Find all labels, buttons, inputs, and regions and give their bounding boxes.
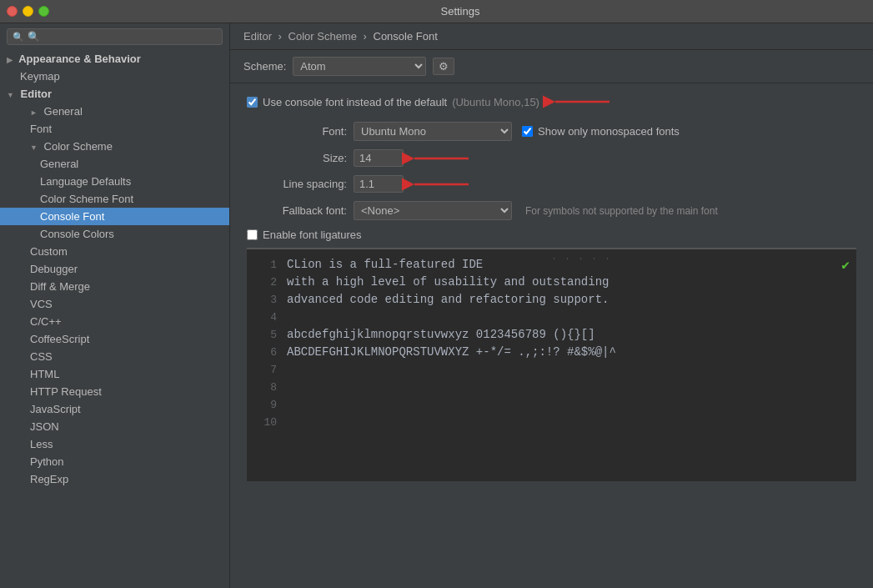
gear-button[interactable]: ⚙ (433, 58, 454, 75)
preview-checkmark: ✔ (841, 256, 850, 276)
breadcrumb-editor: Editor (243, 30, 272, 43)
fallback-select[interactable]: <None> (354, 201, 512, 220)
arrow-to-linespacing (410, 176, 477, 193)
preview-line-3: 3advanced code editing and refactoring s… (257, 291, 846, 309)
sidebar-item-language-defaults[interactable]: Language Defaults (0, 173, 229, 190)
monospaced-checkbox-group: Show only monospaced fonts (522, 125, 680, 138)
sidebar-item-color-scheme[interactable]: ▼ Color Scheme (0, 138, 229, 155)
preview-area: · · · · · ✔ 1CLion is a full-featured ID… (247, 248, 856, 481)
sidebar-item-regexp[interactable]: RegExp (0, 470, 229, 488)
console-font-checkbox[interactable] (247, 97, 258, 108)
tree-arrow-general: ► (30, 108, 38, 117)
font-select[interactable]: Ubuntu Mono (354, 122, 512, 141)
sidebar-item-general[interactable]: ► General (0, 103, 229, 120)
sidebar-item-http-request[interactable]: HTTP Request (0, 383, 229, 400)
sidebar-item-less[interactable]: Less (0, 435, 229, 453)
breadcrumb-console-font: Console Font (374, 30, 438, 43)
fallback-font-row: Fallback font: <None> For symbols not su… (247, 201, 856, 220)
preview-line-2: 2with a high level of usability and outs… (257, 274, 846, 291)
breadcrumb: Editor › Color Scheme › Console Font (230, 23, 873, 50)
preview-line-6: 6ABCDEFGHIJKLMNOPQRSTUVWXYZ +-*/= .,;:!?… (257, 344, 846, 361)
console-font-label: Use console font instead of the default (263, 96, 447, 108)
preview-line-4: 4 (257, 309, 846, 326)
sidebar-item-diff-merge[interactable]: Diff & Merge (0, 278, 229, 295)
maximize-button[interactable] (38, 6, 49, 17)
minimize-button[interactable] (23, 6, 33, 17)
sidebar: 🔍 ▶ Appearance & Behavior Keymap ▼ Edito… (0, 23, 230, 588)
search-input[interactable] (28, 31, 217, 43)
preview-dots: · · · · · (552, 253, 612, 265)
main-layout: 🔍 ▶ Appearance & Behavior Keymap ▼ Edito… (0, 23, 873, 588)
sidebar-item-console-font[interactable]: Console Font (0, 208, 229, 225)
breadcrumb-sep2: › (364, 30, 370, 43)
sidebar-item-custom[interactable]: Custom (0, 243, 229, 260)
sidebar-item-python[interactable]: Python (0, 453, 229, 470)
ligatures-row: Enable font ligatures (247, 229, 856, 241)
tree-arrow-color-scheme: ▼ (30, 143, 38, 152)
line-spacing-label: Line spacing: (247, 178, 347, 190)
tree-arrow-appearance: ▶ (7, 56, 13, 64)
preview-line-9: 9 (257, 396, 846, 414)
ligatures-label: Enable font ligatures (263, 229, 362, 241)
sidebar-item-json[interactable]: JSON (0, 418, 229, 435)
size-label: Size: (247, 152, 347, 164)
fallback-label: Fallback font: (247, 204, 347, 217)
font-row: Font: Ubuntu Mono Show only monospaced f… (247, 122, 856, 141)
scheme-select[interactable]: Atom (293, 57, 426, 76)
sidebar-item-cs-general[interactable]: General (0, 155, 229, 173)
arrow-to-checkbox (551, 93, 618, 110)
sidebar-item-html[interactable]: HTML (0, 365, 229, 383)
content-area: Editor › Color Scheme › Console Font Sch… (230, 23, 873, 588)
preview-line-7: 7 (257, 361, 846, 379)
size-input[interactable]: 14 (354, 149, 404, 167)
search-box[interactable]: 🔍 (7, 28, 223, 45)
breadcrumb-sep1: › (278, 30, 285, 43)
sidebar-item-editor[interactable]: ▼ Editor (0, 85, 229, 103)
scheme-label: Scheme: (243, 60, 286, 73)
line-spacing-row: Line spacing: 1.1 (247, 175, 856, 193)
sidebar-item-console-colors[interactable]: Console Colors (0, 225, 229, 243)
settings-body: Use console font instead of the default … (230, 83, 873, 588)
close-button[interactable] (7, 6, 18, 17)
preview-line-5: 5abcdefghijklmnopqrstuvwxyz 0123456789 (… (257, 326, 846, 344)
console-font-checkbox-row: Use console font instead of the default … (247, 93, 856, 110)
scheme-bar: Scheme: Atom ⚙ (230, 50, 873, 83)
size-row: Size: 14 (247, 149, 856, 167)
window-title: Settings (54, 5, 866, 18)
sidebar-item-font[interactable]: Font (0, 120, 229, 138)
font-label: Font: (247, 125, 347, 138)
sidebar-item-cpp[interactable]: C/C++ (0, 313, 229, 330)
sidebar-item-javascript[interactable]: JavaScript (0, 400, 229, 418)
monospaced-label: Show only monospaced fonts (538, 125, 680, 138)
sidebar-item-css[interactable]: CSS (0, 348, 229, 365)
title-bar: Settings (0, 0, 873, 23)
sidebar-item-coffeescript[interactable]: CoffeeScript (0, 330, 229, 348)
ligatures-checkbox[interactable] (247, 229, 258, 240)
search-icon: 🔍 (13, 32, 24, 43)
breadcrumb-color-scheme: Color Scheme (288, 30, 357, 43)
monospaced-checkbox[interactable] (522, 126, 533, 137)
preview-line-10: 10 (257, 414, 846, 431)
sidebar-item-keymap[interactable]: Keymap (0, 68, 229, 85)
sidebar-item-vcs[interactable]: VCS (0, 295, 229, 313)
tree-arrow-editor: ▼ (7, 91, 14, 99)
sidebar-item-appearance[interactable]: ▶ Appearance & Behavior (0, 50, 229, 68)
sidebar-item-debugger[interactable]: Debugger (0, 260, 229, 278)
default-hint: (Ubuntu Mono,15) (452, 96, 539, 108)
fallback-hint: For symbols not supported by the main fo… (525, 205, 718, 217)
sidebar-item-color-scheme-font[interactable]: Color Scheme Font (0, 190, 229, 208)
preview-line-8: 8 (257, 379, 846, 396)
arrow-to-size (410, 150, 477, 167)
line-spacing-input[interactable]: 1.1 (354, 175, 404, 193)
